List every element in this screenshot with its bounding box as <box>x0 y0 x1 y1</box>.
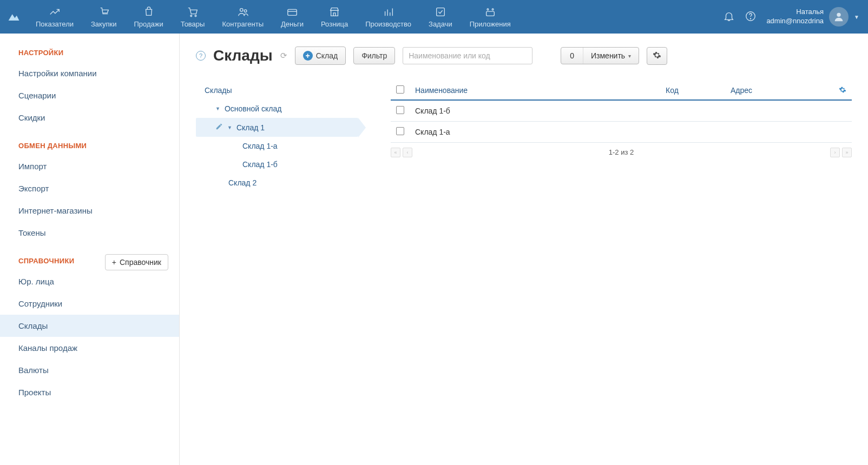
sidebar-group-settings: НАСТРОЙКИ <box>0 45 179 62</box>
tree-root[interactable]: Склады <box>196 81 358 99</box>
add-warehouse-label: Склад <box>316 51 338 60</box>
add-directory-button[interactable]: +Справочник <box>105 254 168 270</box>
sidebar-item-employees[interactable]: Сотрудники <box>0 293 179 315</box>
col-header-name[interactable]: Наименование <box>410 81 660 100</box>
cell-name: Склад 1-б <box>410 100 660 122</box>
svg-point-7 <box>492 9 494 10</box>
nav-label: Розница <box>321 20 348 28</box>
gear-icon <box>653 51 661 59</box>
tree-node-sklad1a[interactable]: Склад 1-а <box>196 137 358 155</box>
nav-apps[interactable]: Приложения <box>461 2 520 32</box>
sidebar-item-company-settings[interactable]: Настройки компании <box>0 62 179 84</box>
svg-point-2 <box>240 8 243 11</box>
tree-node-sklad1[interactable]: ▼ Склад 1 <box>196 118 358 137</box>
nav-label: Товары <box>181 20 205 28</box>
svg-point-3 <box>244 9 247 12</box>
pager-text: 1-2 из 2 <box>609 148 634 156</box>
sidebar-group-exchange: ОБМЕН ДАННЫМИ <box>0 138 179 155</box>
svg-point-10 <box>751 18 751 19</box>
page-help-icon[interactable]: ? <box>196 51 206 61</box>
col-header-address[interactable]: Адрес <box>725 81 833 100</box>
avatar-icon <box>829 7 849 26</box>
top-nav: Показатели Закупки Продажи Товары Контра… <box>0 0 868 34</box>
nav-label: Приложения <box>470 20 511 28</box>
tree-node-sklad1b[interactable]: Склад 1-б <box>196 155 358 174</box>
caret-down-icon: ▼ <box>854 14 859 20</box>
gear-icon[interactable] <box>839 86 846 94</box>
sidebar-item-projects[interactable]: Проекты <box>0 381 179 403</box>
nav-tasks[interactable]: Задачи <box>420 2 461 32</box>
caret-down-icon: ▼ <box>215 106 220 111</box>
table-row[interactable]: Склад 1-б <box>391 100 852 122</box>
caret-down-icon: ▼ <box>227 125 232 130</box>
tree-label: Склад 1-а <box>242 142 278 150</box>
svg-point-11 <box>837 13 840 17</box>
pager: « ‹ 1-2 из 2 › » <box>391 143 852 162</box>
filter-button[interactable]: Фильтр <box>353 47 395 64</box>
svg-rect-4 <box>288 9 297 15</box>
tree-node-sklad2[interactable]: Склад 2 <box>196 174 358 192</box>
add-warehouse-button[interactable]: + Склад <box>295 46 346 65</box>
help-icon[interactable] <box>745 10 757 24</box>
select-all-checkbox[interactable] <box>396 85 404 94</box>
user-login: admin@nnozdrina <box>766 17 824 26</box>
change-dropdown[interactable]: 0 Изменить▾ <box>561 47 639 64</box>
plus-icon: + <box>112 258 116 267</box>
nav-label: Показатели <box>36 20 74 28</box>
svg-rect-5 <box>437 8 445 16</box>
bell-icon[interactable] <box>723 10 735 24</box>
nav-money[interactable]: Деньги <box>272 2 312 32</box>
row-checkbox[interactable] <box>396 127 404 135</box>
refresh-icon[interactable]: ⟳ <box>280 51 287 61</box>
nav-production[interactable]: Производство <box>357 2 420 32</box>
sidebar-item-export[interactable]: Экспорт <box>0 177 179 200</box>
nav-label: Контрагенты <box>222 20 264 28</box>
pencil-icon[interactable] <box>215 123 223 132</box>
nav-label: Продажи <box>134 20 163 28</box>
app-logo[interactable] <box>0 9 27 24</box>
tree-node-main[interactable]: ▼Основной склад <box>196 99 358 118</box>
tree-label: Склад 1 <box>236 123 265 132</box>
pager-next-icon[interactable]: › <box>830 148 840 157</box>
sidebar-item-discounts[interactable]: Скидки <box>0 107 179 129</box>
sidebar-item-tokens[interactable]: Токены <box>0 222 179 244</box>
settings-button[interactable] <box>647 47 667 65</box>
sidebar-item-scenarios[interactable]: Сценарии <box>0 84 179 107</box>
pager-prev-icon[interactable]: ‹ <box>403 148 412 157</box>
nav-right: Наталья admin@nnozdrina ▼ <box>723 7 868 26</box>
nav-sales[interactable]: Продажи <box>125 2 172 32</box>
col-header-code[interactable]: Код <box>660 81 725 100</box>
svg-point-6 <box>487 9 489 10</box>
warehouse-tree: Склады ▼Основной склад ▼ Склад 1 Склад 1… <box>196 81 358 192</box>
nav-purchases[interactable]: Закупки <box>82 2 125 32</box>
search-input[interactable] <box>403 47 532 64</box>
add-directory-label: Справочник <box>120 258 161 267</box>
user-menu[interactable]: Наталья admin@nnozdrina ▼ <box>766 7 859 26</box>
page-title: Склады <box>213 47 273 64</box>
plus-circle-icon: + <box>303 51 313 61</box>
svg-rect-8 <box>486 11 494 16</box>
sidebar-item-currencies[interactable]: Валюты <box>0 359 179 381</box>
table-row[interactable]: Склад 1-а <box>391 122 852 143</box>
sidebar-item-legal-entities[interactable]: Юр. лица <box>0 270 179 293</box>
tree-label: Склад 1-б <box>242 160 278 169</box>
tree-label: Склады <box>205 86 232 95</box>
row-checkbox[interactable] <box>396 106 404 114</box>
sidebar-item-sales-channels[interactable]: Каналы продаж <box>0 337 179 359</box>
nav-products[interactable]: Товары <box>172 2 214 32</box>
nav-label: Закупки <box>91 20 116 28</box>
change-count: 0 <box>561 48 583 64</box>
nav-label: Деньги <box>281 20 304 28</box>
user-name: Наталья <box>766 8 824 17</box>
nav-items: Показатели Закупки Продажи Товары Контра… <box>27 2 723 32</box>
sidebar-item-import[interactable]: Импорт <box>0 155 179 177</box>
pager-last-icon[interactable]: » <box>842 148 852 157</box>
nav-counterparties[interactable]: Контрагенты <box>213 2 272 32</box>
cell-name: Склад 1-а <box>410 122 660 143</box>
nav-indicators[interactable]: Показатели <box>27 2 82 32</box>
sidebar-item-ecommerce[interactable]: Интернет-магазины <box>0 200 179 222</box>
filter-label: Фильтр <box>361 51 387 60</box>
pager-first-icon[interactable]: « <box>391 148 400 157</box>
sidebar-item-warehouses[interactable]: Склады <box>0 315 179 337</box>
nav-retail[interactable]: Розница <box>312 2 357 32</box>
